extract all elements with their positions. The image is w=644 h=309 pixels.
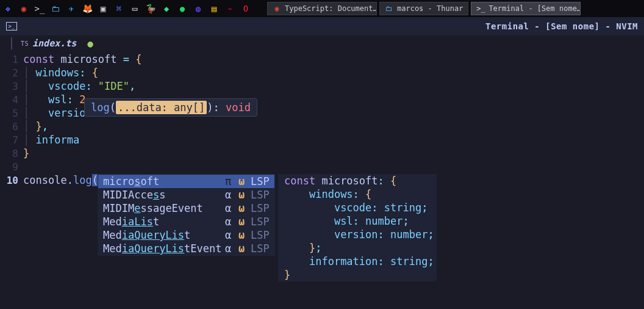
line-number: 10 (0, 175, 23, 186)
android-icon[interactable]: ◆ (161, 3, 172, 14)
code-line[interactable]: 6│ }, (0, 120, 644, 133)
task-terminal[interactable]: >_Terminal - [Sem nome… (471, 2, 581, 15)
code-line[interactable]: 1const microsoft = { (0, 53, 644, 66)
line-content: │ }, (23, 120, 48, 133)
doc-line: version: number; (284, 228, 431, 241)
completion-symbol-icon: α (224, 202, 232, 214)
terminal-icon: >_ (6, 22, 17, 31)
discord-icon[interactable]: ⌘ (113, 3, 124, 14)
launcher-icon[interactable]: ❖ (2, 3, 13, 14)
code-body[interactable]: 1const microsoft = {2│ windows: {3│ vsco… (0, 51, 644, 187)
completion-kind-icon: ω (237, 216, 246, 228)
doc-line: vscode: string; (284, 201, 431, 214)
completion-kind-icon: ω (237, 242, 246, 255)
files-icon[interactable]: 🗀 (50, 3, 61, 14)
xterm-icon[interactable]: ▣ (98, 3, 109, 14)
completion-kind-icon: ω (237, 175, 246, 187)
doc-line: }; (284, 241, 431, 255)
completion-symbol-icon: α (224, 189, 232, 201)
terminal-shortcut-icon[interactable]: >_ (34, 3, 45, 14)
line-number: 3 (0, 81, 23, 92)
completion-kind-icon: ω (237, 229, 246, 241)
filetype-badge: TS (21, 40, 29, 47)
completion-source: LSP (251, 189, 270, 201)
signature-close: ) (207, 101, 213, 114)
buffer-filename[interactable]: index.ts (32, 38, 76, 49)
line-number: 7 (0, 134, 23, 146)
completion-word: MIDIAccess (103, 189, 219, 201)
doc-line: } (284, 268, 431, 282)
completion-item[interactable]: MIDIAccessαωLSP (98, 188, 274, 202)
os-taskbar: ❖◉>_🗀✈🦊▣⌘▭🦆◆●◍▤⌁O ◉TypeScript: Document…… (0, 0, 644, 17)
line-number: 9 (0, 161, 23, 173)
buffer-tabline[interactable]: TS index.ts ● (0, 35, 644, 51)
code-line[interactable]: 7│ informa (0, 133, 644, 147)
completion-kind-icon: ω (237, 202, 246, 214)
completion-word: MediaList (103, 216, 219, 228)
completion-source: LSP (251, 216, 270, 228)
code-line[interactable]: 8} (0, 147, 644, 160)
line-content: │ wsl: 2, (23, 93, 92, 106)
firefox-icon[interactable]: 🦊 (82, 3, 93, 14)
task-thunar-label: marcos - Thunar (397, 4, 463, 13)
line-content: │ windows: { (23, 67, 98, 79)
completion-symbol-icon: α (224, 229, 232, 241)
chrome-icon[interactable]: ◉ (18, 3, 29, 14)
line-content: │ vscode: "IDE", (23, 80, 135, 92)
completion-item[interactable]: MediaListαωLSP (98, 215, 274, 228)
whatsapp-icon[interactable]: ● (177, 3, 188, 14)
line-content: const microsoft = { (23, 53, 142, 65)
signature-active-param: ...data: any[] (116, 101, 207, 114)
completion-item[interactable]: MIDIMessageEventαωLSP (98, 202, 274, 215)
task-terminal-icon: >_ (476, 4, 485, 13)
line-content: } (23, 147, 29, 159)
doc-line: const microsoft: { (284, 174, 431, 187)
duck-icon[interactable]: 🦆 (145, 3, 156, 14)
notes-icon[interactable]: ▤ (209, 3, 220, 14)
doc-line: windows: { (284, 187, 431, 201)
line-number: 1 (0, 54, 23, 65)
completion-menu[interactable]: microsoftπωLSPMIDIAccessαωLSPMIDIMessage… (98, 174, 275, 256)
task-chrome-icon: ◉ (273, 4, 281, 13)
line-number: 8 (0, 148, 23, 159)
code-line[interactable]: 2│ windows: { (0, 66, 644, 79)
completion-word: MediaQueryListEvent (103, 242, 219, 255)
line-number: 6 (0, 121, 23, 133)
line-number: 4 (0, 94, 23, 106)
terminal-title: Terminal - [Sem nome] - NVIM (485, 21, 638, 31)
code-line[interactable]: 9 (0, 160, 644, 173)
proton-icon[interactable]: ◍ (193, 3, 204, 14)
code-line[interactable]: 3│ vscode: "IDE", (0, 79, 644, 93)
line-number: 2 (0, 67, 23, 79)
completion-item[interactable]: microsoftπωLSP (98, 175, 274, 188)
completion-source: LSP (251, 229, 270, 241)
modified-dot-icon: ● (87, 38, 93, 49)
completion-source: LSP (251, 202, 270, 214)
completion-item[interactable]: MediaQueryListαωLSP (98, 228, 274, 242)
completion-source: LSP (251, 242, 270, 255)
tray-icons: ❖◉>_🗀✈🦊▣⌘▭🦆◆●◍▤⌁O (2, 3, 251, 14)
editor-area[interactable]: TS index.ts ● 1const microsoft = {2│ win… (0, 35, 644, 187)
doc-line: wsl: number; (284, 214, 431, 228)
opera-icon[interactable]: O (240, 3, 251, 14)
completion-source: LSP (251, 175, 270, 187)
completion-symbol-icon: π (224, 175, 232, 187)
tab-separator (11, 37, 12, 49)
thunderbird-icon[interactable]: ✈ (66, 3, 77, 14)
terminal-titlebar: >_ Terminal - [Sem nome] - NVIM (0, 17, 644, 35)
task-chrome-label: TypeScript: Document… (285, 4, 377, 13)
completion-doc-preview: const microsoft: { windows: { vscode: st… (278, 174, 437, 282)
doc-line: information: string; (284, 255, 431, 268)
signature-open: ( (110, 101, 116, 114)
completion-symbol-icon: α (224, 216, 232, 228)
completion-word: MIDIMessageEvent (103, 202, 219, 214)
completion-item[interactable]: MediaQueryListEventαωLSP (98, 242, 274, 255)
dev-icon[interactable]: ⌁ (224, 3, 235, 14)
line-content: │ informa (23, 134, 79, 146)
doc-icon[interactable]: ▭ (129, 3, 140, 14)
task-thunar[interactable]: 🗀marcos - Thunar (379, 2, 468, 15)
taskbar-windows: ◉TypeScript: Document…🗀marcos - Thunar>_… (267, 2, 581, 15)
task-chrome[interactable]: ◉TypeScript: Document… (267, 2, 377, 15)
completion-kind-icon: ω (237, 189, 246, 201)
task-thunar-icon: 🗀 (385, 4, 393, 13)
